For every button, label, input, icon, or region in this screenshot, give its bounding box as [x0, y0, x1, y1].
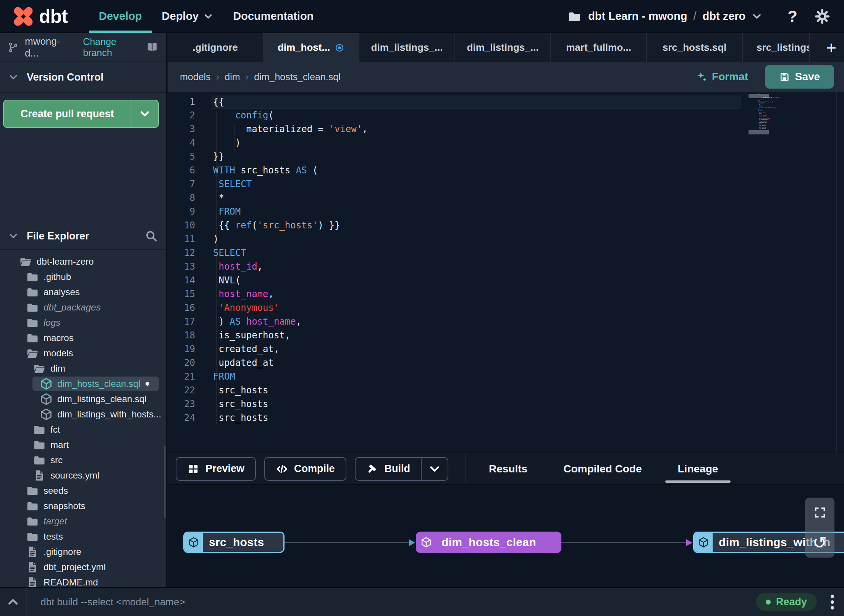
file-tab-mart-fullmo[interactable]: mart_fullmo... — [551, 33, 647, 62]
file-explorer-header[interactable]: File Explorer — [0, 223, 166, 250]
panel-tab-results[interactable]: Results — [476, 453, 540, 484]
editor-scrollbar[interactable] — [836, 92, 837, 453]
code-line-22[interactable]: 22 src_hosts — [168, 383, 741, 397]
format-button[interactable]: Format — [696, 71, 748, 83]
reset-view-button[interactable]: ↺ — [805, 528, 834, 558]
tree-item-models[interactable]: models — [0, 346, 166, 361]
code-line-16[interactable]: 16 'Anonymous' — [168, 301, 741, 315]
account-name[interactable]: dbt Learn - mwong — [588, 10, 687, 23]
build-dropdown[interactable] — [422, 463, 448, 475]
code-line-15[interactable]: 15 host_name, — [168, 287, 741, 301]
create-pull-request-button[interactable]: Create pull request — [3, 100, 159, 128]
file-tab-src-listings[interactable]: src_listings. — [743, 33, 810, 62]
tree-item-readme-md[interactable]: README.md — [0, 575, 166, 587]
tree-item-dim[interactable]: dim — [0, 361, 166, 376]
code-text: {{ ref('src_hosts') }} — [212, 218, 741, 232]
compile-button[interactable]: Compile — [264, 457, 346, 481]
tree-item-seeds[interactable]: seeds — [0, 483, 166, 498]
help-icon[interactable]: ? — [787, 7, 797, 26]
chevron-down-icon[interactable] — [752, 11, 762, 22]
code-line-4[interactable]: 4 ) — [168, 136, 741, 150]
search-icon[interactable] — [145, 230, 158, 243]
code-line-20[interactable]: 20 updated_at — [168, 356, 741, 370]
crumb-dim-hosts-clean-sql[interactable]: dim_hosts_clean.sql — [254, 71, 341, 82]
minimap[interactable]: {{ config( materialized = 'view', )}}WIT… — [758, 94, 819, 130]
command-input-hint[interactable]: dbt build --select <model_name> — [40, 596, 185, 608]
code-line-17[interactable]: 17 ) AS host_name, — [168, 315, 741, 328]
command-bar-expand[interactable] — [0, 595, 26, 608]
nav-item-deploy[interactable]: Deploy — [152, 0, 223, 33]
file-tab-src-hosts-sql[interactable]: src_hosts.sql — [647, 33, 743, 62]
tree-item-analyses[interactable]: analyses — [0, 285, 166, 300]
preview-button[interactable]: Preview — [176, 457, 256, 481]
chevron-down-icon[interactable] — [8, 231, 18, 241]
build-button[interactable]: Build — [355, 457, 449, 481]
status-badge[interactable]: Ready — [756, 593, 817, 611]
code-line-13[interactable]: 13 host_id, — [168, 260, 741, 273]
crumb-models[interactable]: models — [180, 71, 211, 82]
tree-item-github[interactable]: .github — [0, 269, 166, 285]
chevron-down-icon[interactable] — [8, 72, 18, 82]
code-line-7[interactable]: 7 SELECT — [168, 177, 741, 191]
tree-item-dim-listings-with-hosts[interactable]: dim_listings_with_hosts... — [0, 407, 166, 422]
code-editor[interactable]: 1{{2 config(3 materialized = 'view',4 )5… — [168, 92, 844, 453]
pull-request-dropdown[interactable] — [131, 100, 158, 127]
code-line-23[interactable]: 23 src_hosts — [168, 397, 741, 411]
code-line-19[interactable]: 19 created_at, — [168, 342, 741, 356]
code-line-1[interactable]: 1{{ — [168, 95, 741, 108]
panel-tab-compiled-code[interactable]: Compiled Code — [551, 453, 654, 484]
nav-item-documentation[interactable]: Documentation — [223, 0, 323, 33]
code-line-9[interactable]: 9 FROM — [168, 205, 741, 218]
code-line-8[interactable]: 8 * — [168, 191, 741, 205]
nav-item-develop[interactable]: Develop — [89, 0, 152, 33]
code-line-18[interactable]: 18 is_superhost, — [168, 328, 741, 342]
create-pull-request-label[interactable]: Create pull request — [4, 100, 131, 127]
panel-tab-lineage[interactable]: Lineage — [665, 453, 731, 484]
tree-item-snapshots[interactable]: snapshots — [0, 498, 166, 514]
code-line-14[interactable]: 14 NVL( — [168, 273, 741, 287]
crumb-dim[interactable]: dim — [225, 71, 240, 82]
code-line-12[interactable]: 12SELECT — [168, 246, 741, 260]
code-line-2[interactable]: 2 config( — [168, 108, 741, 122]
tree-item-gitignore[interactable]: .gitignore — [0, 544, 166, 559]
fullscreen-button[interactable] — [805, 498, 834, 528]
file-tab-gitignore[interactable]: .gitignore — [168, 33, 264, 62]
tree-item-dim-listings-clean-sql[interactable]: dim_listings_clean.sql — [0, 391, 166, 407]
tree-item-macros[interactable]: macros — [0, 330, 166, 346]
add-tab-button[interactable]: + — [823, 33, 839, 62]
code-line-6[interactable]: 6WITH src_hosts AS ( — [168, 163, 741, 177]
version-control-header[interactable]: Version Control — [0, 62, 166, 93]
code-line-24[interactable]: 24 src_hosts — [168, 411, 741, 425]
kebab-menu[interactable] — [828, 592, 836, 612]
save-button[interactable]: Save — [765, 65, 834, 89]
code-line-10[interactable]: 10 {{ ref('src_hosts') }} — [168, 218, 741, 232]
tree-item-src[interactable]: src — [0, 453, 166, 468]
code-line-5[interactable]: 5}} — [168, 150, 741, 163]
tree-item-label: dim_listings_clean.sql — [57, 394, 146, 404]
tree-item-dbt-project-yml[interactable]: dbt_project.yml — [0, 559, 166, 575]
file-tab-dim-host[interactable]: dim_host... — [264, 33, 359, 62]
lineage-node-dim-hosts-clean[interactable]: dim_hosts_clean — [416, 532, 561, 553]
change-branch-link[interactable]: Change branch — [83, 36, 146, 58]
lineage-node-src-hosts[interactable]: src_hosts — [183, 532, 285, 553]
tree-item-tests[interactable]: tests — [0, 529, 166, 544]
lineage-panel[interactable]: src_hostsdim_hosts_cleandim_listings_wit… — [168, 486, 844, 587]
code-line-3[interactable]: 3 materialized = 'view', — [168, 122, 741, 136]
file-tab-dim-listings[interactable]: dim_listings_... — [455, 33, 551, 62]
gear-icon[interactable] — [814, 8, 830, 24]
tree-item-fct[interactable]: fct — [0, 422, 166, 437]
dbt-logo[interactable]: dbt — [11, 5, 68, 28]
tree-item-dbt-learn-zero[interactable]: dbt-learn-zero — [0, 254, 166, 269]
tree-item-target[interactable]: target — [0, 514, 166, 529]
tree-item-sources-yml[interactable]: sources.yml — [0, 468, 166, 483]
sidebar-scrollbar[interactable] — [164, 446, 166, 518]
tree-item-logs[interactable]: logs — [0, 315, 166, 330]
code-line-11[interactable]: 11) — [168, 232, 741, 246]
file-tab-dim-listings[interactable]: dim_listings_... — [359, 33, 455, 62]
docs-book-icon[interactable] — [146, 41, 158, 54]
tree-item-mart[interactable]: mart — [0, 437, 166, 453]
tree-item-dbt-packages[interactable]: dbt_packages — [0, 300, 166, 315]
tree-item-dim-hosts-clean-sql[interactable]: dim_hosts_clean.sql — [0, 376, 166, 391]
code-line-21[interactable]: 21FROM — [168, 370, 741, 383]
environment-name[interactable]: dbt zero — [703, 10, 746, 23]
